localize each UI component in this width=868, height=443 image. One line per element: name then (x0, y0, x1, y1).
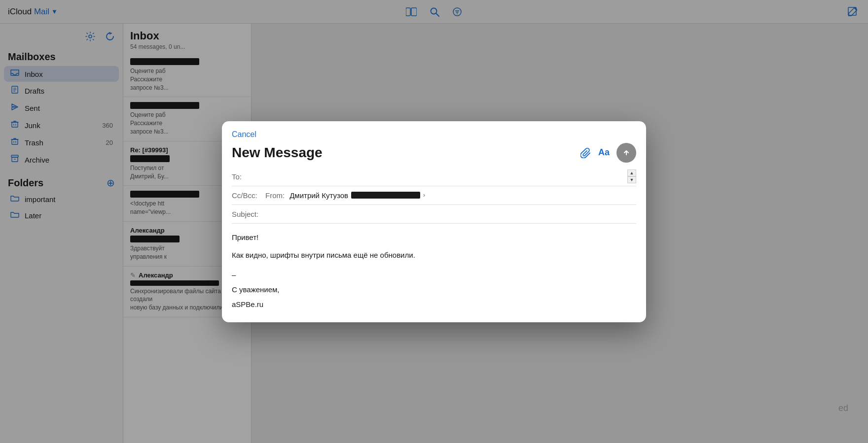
compose-fields: To: ▲ ▼ Cc/Bcc: From: Дмитрий Кутузов › (222, 168, 646, 224)
subject-input[interactable] (263, 210, 636, 218)
compose-body[interactable]: Привет! Как видно, шрифты внутри письма … (222, 224, 646, 322)
body-regards: С уважением, (232, 284, 636, 296)
subject-label: Subject: (232, 210, 261, 218)
to-label: To: (232, 172, 261, 181)
compose-actions: Aa (580, 143, 636, 163)
body-greeting: Привет! (232, 232, 636, 243)
to-input[interactable] (263, 172, 636, 181)
compose-title-row: New Message Aa (232, 143, 636, 163)
from-name: Дмитрий Кутузов (289, 191, 348, 200)
attach-icon (580, 147, 591, 158)
attach-button[interactable] (580, 147, 591, 158)
cc-label: Cc/Bcc: (232, 191, 261, 200)
send-icon (621, 148, 631, 158)
body-dash: – (232, 269, 636, 281)
body-line1: Как видно, шрифты внутри письма ещё не о… (232, 249, 636, 261)
cc-row-content: From: Дмитрий Кутузов › (261, 191, 636, 200)
subject-field-row: Subject: (232, 205, 636, 224)
email-arrow: › (423, 192, 425, 199)
from-email-blacked (351, 192, 420, 199)
cancel-button[interactable]: Cancel (232, 130, 256, 139)
body-signature: aSPBe.ru (232, 299, 636, 310)
scroll-up-button[interactable]: ▲ (627, 170, 636, 176)
font-icon: Aa (598, 147, 610, 158)
compose-title: New Message (232, 145, 323, 161)
from-label: From: (265, 191, 285, 200)
overlay: Cancel New Message Aa (0, 0, 868, 443)
to-field-row: To: ▲ ▼ (232, 168, 636, 186)
cc-field-row: Cc/Bcc: From: Дмитрий Кутузов › (232, 186, 636, 205)
scroll-down-button[interactable]: ▼ (627, 176, 636, 183)
font-button[interactable]: Aa (598, 147, 610, 158)
compose-modal: Cancel New Message Aa (222, 121, 646, 322)
send-button[interactable] (616, 143, 636, 163)
compose-header: Cancel New Message Aa (222, 121, 646, 168)
